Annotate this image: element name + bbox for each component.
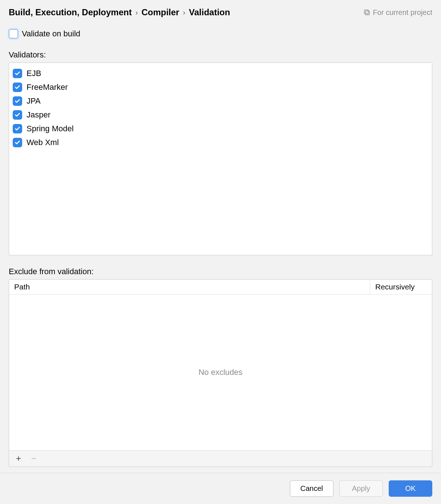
list-item[interactable]: Spring Model [12, 122, 429, 136]
validator-label: FreeMarker [27, 83, 68, 92]
validator-checkbox-web-xml[interactable] [13, 138, 22, 147]
validators-list: EJB FreeMarker JPA Jasper Spring Model W… [9, 63, 432, 255]
dialog-footer: Cancel Apply OK [0, 473, 441, 504]
validator-label: Jasper [27, 110, 50, 120]
svg-rect-0 [364, 10, 368, 14]
breadcrumb: Build, Execution, Deployment › Compiler … [9, 7, 230, 17]
scope-indicator: For current project [364, 8, 432, 17]
validator-label: Web Xml [27, 138, 59, 147]
project-scope-icon [364, 9, 370, 16]
add-button[interactable] [14, 454, 23, 463]
exclude-table: Path Recursively No excludes [9, 279, 432, 450]
cancel-button[interactable]: Cancel [290, 480, 333, 497]
list-item[interactable]: FreeMarker [12, 80, 429, 94]
table-column-path[interactable]: Path [9, 280, 370, 294]
validator-checkbox-freemarker[interactable] [13, 83, 22, 92]
validator-label: Spring Model [27, 124, 74, 133]
validator-label: EJB [27, 69, 41, 78]
validators-section-label: Validators: [9, 50, 432, 60]
apply-button[interactable]: Apply [339, 480, 383, 497]
breadcrumb-item[interactable]: Compiler [141, 7, 179, 17]
exclude-section-label: Exclude from validation: [9, 267, 432, 276]
validate-on-build-checkbox[interactable] [9, 29, 18, 39]
validator-checkbox-jpa[interactable] [13, 96, 22, 106]
ok-button[interactable]: OK [389, 480, 432, 497]
plus-icon [15, 455, 22, 462]
table-column-recursively[interactable]: Recursively [370, 280, 432, 294]
breadcrumb-item[interactable]: Build, Execution, Deployment [9, 7, 132, 17]
validator-checkbox-spring-model[interactable] [13, 124, 22, 133]
breadcrumb-item: Validation [189, 7, 230, 17]
list-item[interactable]: JPA [12, 94, 429, 108]
scope-label-text: For current project [373, 8, 432, 17]
minus-icon [31, 455, 37, 462]
remove-button[interactable] [29, 454, 38, 463]
list-item[interactable]: Jasper [12, 108, 429, 122]
validator-checkbox-jasper[interactable] [13, 110, 22, 120]
table-header: Path Recursively [9, 280, 432, 295]
validator-label: JPA [27, 96, 41, 106]
list-item[interactable]: EJB [12, 67, 429, 80]
svg-rect-1 [365, 11, 369, 15]
empty-placeholder: No excludes [198, 368, 242, 377]
chevron-right-icon: › [135, 8, 138, 17]
validator-checkbox-ejb[interactable] [13, 69, 22, 78]
table-body: No excludes [9, 295, 432, 450]
exclude-toolbar [9, 450, 432, 467]
list-item[interactable]: Web Xml [12, 136, 429, 149]
chevron-right-icon: › [183, 8, 185, 17]
validate-on-build-label: Validate on build [22, 29, 80, 39]
